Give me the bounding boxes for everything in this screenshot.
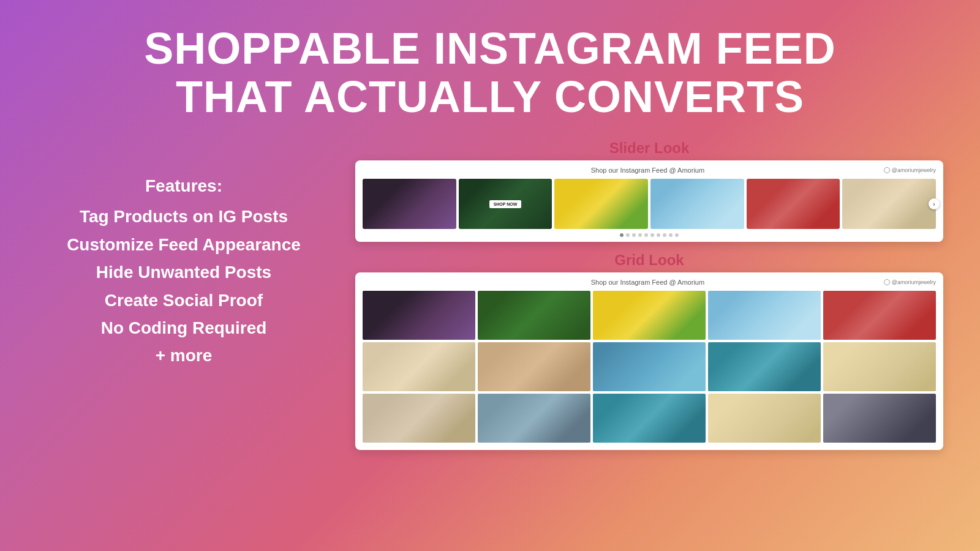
- slider-label: Slider Look: [609, 140, 690, 157]
- slider-images-row: SHOP NOW: [363, 179, 936, 229]
- slider-img-6: [842, 179, 936, 229]
- grid-img-10: [823, 342, 936, 391]
- grid-title: Shop our Instagram Feed @ Amorium: [412, 279, 884, 286]
- grid-img-4: [708, 291, 821, 340]
- dot-8[interactable]: [663, 233, 666, 237]
- slider-preview-block: Slider Look Shop our Instagram Feed @ Am…: [355, 140, 943, 242]
- main-headline: SHOPPABLE INSTAGRAM FEED THAT ACTUALLY C…: [37, 24, 943, 121]
- headline-line2: THAT ACTUALLY CONVERTS: [176, 72, 804, 121]
- slider-next-button[interactable]: ›: [929, 198, 940, 209]
- page-container: SHOPPABLE INSTAGRAM FEED THAT ACTUALLY C…: [0, 0, 980, 551]
- grid-img-9: [708, 342, 821, 391]
- dot-1[interactable]: [620, 233, 624, 237]
- grid-img-8: [593, 342, 706, 391]
- dot-7[interactable]: [657, 233, 660, 237]
- grid-img-12: [478, 394, 590, 443]
- grid-img-2: [478, 291, 590, 340]
- features-list: Tag Products on IG Posts Customize Feed …: [67, 203, 301, 370]
- slider-img-1: [363, 179, 456, 229]
- dot-4[interactable]: [638, 233, 642, 237]
- slider-img-3: [554, 179, 648, 229]
- slider-header: Shop our Instagram Feed @ Amorium @amori…: [363, 167, 936, 174]
- grid-img-5: [823, 291, 936, 340]
- grid-img-7: [478, 342, 590, 391]
- grid-img-14: [708, 394, 821, 443]
- slider-img-4: [650, 179, 744, 229]
- dot-3[interactable]: [632, 233, 636, 237]
- grid-img-3: [593, 291, 706, 340]
- feature-item-5: No Coding Required: [67, 315, 301, 341]
- dot-6[interactable]: [650, 233, 654, 237]
- grid-img-13: [593, 394, 706, 443]
- grid-preview-block: Grid Look Shop our Instagram Feed @ Amor…: [355, 252, 943, 450]
- grid-img-6: [363, 342, 475, 391]
- dot-5[interactable]: [644, 233, 648, 237]
- grid-handle-icon: [884, 279, 890, 285]
- grid-header: Shop our Instagram Feed @ Amorium @amori…: [363, 279, 936, 286]
- dot-2[interactable]: [626, 233, 630, 237]
- slider-img-5: [747, 179, 840, 229]
- dot-10[interactable]: [675, 233, 679, 237]
- slider-title: Shop our Instagram Feed @ Amorium: [412, 167, 884, 174]
- grid-handle: @amoriumjewelry: [884, 279, 936, 285]
- slider-img-2: SHOP NOW: [459, 179, 552, 229]
- slider-handle: @amoriumjewelry: [884, 167, 936, 173]
- slider-card: Shop our Instagram Feed @ Amorium @amori…: [355, 160, 943, 242]
- handle-icon: [884, 167, 890, 173]
- feature-item-3: Hide Unwanted Posts: [67, 259, 301, 285]
- grid-card: Shop our Instagram Feed @ Amorium @amori…: [355, 272, 943, 450]
- grid-img-11: [363, 394, 475, 443]
- feature-item-4: Create Social Proof: [67, 287, 301, 313]
- feature-item-2: Customize Feed Appearance: [67, 231, 301, 258]
- grid-label: Grid Look: [614, 252, 684, 269]
- features-label: Features:: [145, 176, 222, 196]
- features-section: Features: Tag Products on IG Posts Custo…: [37, 140, 331, 370]
- shop-now-button[interactable]: SHOP NOW: [489, 200, 522, 208]
- grid-img-1: [363, 291, 475, 340]
- previews-section: Slider Look Shop our Instagram Feed @ Am…: [355, 140, 943, 450]
- headline-line1: SHOPPABLE INSTAGRAM FEED: [144, 24, 835, 73]
- feature-item-6: + more: [67, 342, 301, 369]
- content-row: Features: Tag Products on IG Posts Custo…: [37, 140, 943, 533]
- feature-item-1: Tag Products on IG Posts: [67, 203, 301, 230]
- grid-images: [363, 291, 936, 443]
- grid-img-15: [823, 394, 936, 443]
- dot-9[interactable]: [669, 233, 673, 237]
- slider-dots: [363, 233, 936, 237]
